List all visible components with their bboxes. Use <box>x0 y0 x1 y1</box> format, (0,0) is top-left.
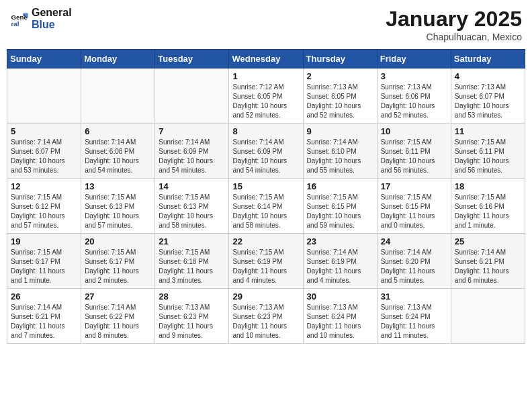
day-number: 10 <box>381 126 447 136</box>
day-number: 13 <box>85 181 151 191</box>
calendar-cell: 27Sunrise: 7:14 AMSunset: 6:22 PMDayligh… <box>81 289 155 344</box>
calendar-cell: 25Sunrise: 7:14 AMSunset: 6:21 PMDayligh… <box>451 234 525 289</box>
day-info: Sunrise: 7:13 AMSunset: 6:24 PMDaylight:… <box>307 303 373 340</box>
logo: Gene ral General Blue <box>10 7 72 31</box>
day-number: 4 <box>455 71 521 81</box>
day-info: Sunrise: 7:14 AMSunset: 6:09 PMDaylight:… <box>159 138 225 175</box>
calendar-cell: 9Sunrise: 7:14 AMSunset: 6:10 PMDaylight… <box>303 124 377 179</box>
logo-icon: Gene ral <box>10 9 29 28</box>
day-info: Sunrise: 7:14 AMSunset: 6:08 PMDaylight:… <box>85 138 151 175</box>
day-info: Sunrise: 7:15 AMSunset: 6:16 PMDaylight:… <box>455 193 521 230</box>
day-info: Sunrise: 7:14 AMSunset: 6:09 PMDaylight:… <box>232 138 299 175</box>
day-number: 15 <box>232 181 299 191</box>
calendar-cell: 18Sunrise: 7:15 AMSunset: 6:16 PMDayligh… <box>451 179 525 234</box>
day-number: 3 <box>381 71 447 81</box>
day-number: 20 <box>85 236 151 246</box>
weekday-header-wednesday: Wednesday <box>229 50 303 68</box>
calendar-cell: 16Sunrise: 7:15 AMSunset: 6:15 PMDayligh… <box>303 179 377 234</box>
day-info: Sunrise: 7:15 AMSunset: 6:13 PMDaylight:… <box>159 193 225 230</box>
day-number: 18 <box>455 181 521 191</box>
calendar-cell: 22Sunrise: 7:15 AMSunset: 6:19 PMDayligh… <box>229 234 303 289</box>
calendar-title: January 2025 <box>386 7 522 32</box>
calendar-cell: 19Sunrise: 7:15 AMSunset: 6:17 PMDayligh… <box>7 234 81 289</box>
day-info: Sunrise: 7:15 AMSunset: 6:17 PMDaylight:… <box>11 248 77 285</box>
calendar-cell: 29Sunrise: 7:13 AMSunset: 6:23 PMDayligh… <box>229 289 303 344</box>
calendar-cell <box>451 289 525 344</box>
calendar-cell: 26Sunrise: 7:14 AMSunset: 6:21 PMDayligh… <box>7 289 81 344</box>
calendar-cell <box>81 68 155 124</box>
day-info: Sunrise: 7:14 AMSunset: 6:21 PMDaylight:… <box>455 248 521 285</box>
day-info: Sunrise: 7:15 AMSunset: 6:15 PMDaylight:… <box>307 193 373 230</box>
day-number: 5 <box>11 126 77 136</box>
calendar-cell: 2Sunrise: 7:13 AMSunset: 6:05 PMDaylight… <box>303 68 377 124</box>
day-info: Sunrise: 7:15 AMSunset: 6:17 PMDaylight:… <box>85 248 151 285</box>
day-number: 8 <box>232 126 299 136</box>
day-info: Sunrise: 7:14 AMSunset: 6:10 PMDaylight:… <box>307 138 373 175</box>
day-number: 17 <box>381 181 447 191</box>
day-info: Sunrise: 7:15 AMSunset: 6:14 PMDaylight:… <box>232 193 299 230</box>
day-info: Sunrise: 7:15 AMSunset: 6:15 PMDaylight:… <box>381 193 447 230</box>
calendar-cell: 4Sunrise: 7:13 AMSunset: 6:07 PMDaylight… <box>451 68 525 124</box>
calendar-cell: 21Sunrise: 7:15 AMSunset: 6:18 PMDayligh… <box>155 234 229 289</box>
week-row-1: 1Sunrise: 7:12 AMSunset: 6:05 PMDaylight… <box>7 68 525 124</box>
day-number: 2 <box>307 71 373 81</box>
calendar-cell: 3Sunrise: 7:13 AMSunset: 6:06 PMDaylight… <box>377 68 451 124</box>
day-info: Sunrise: 7:15 AMSunset: 6:12 PMDaylight:… <box>11 193 77 230</box>
day-info: Sunrise: 7:15 AMSunset: 6:18 PMDaylight:… <box>159 248 225 285</box>
day-number: 1 <box>232 71 299 81</box>
weekday-header-row: SundayMondayTuesdayWednesdayThursdayFrid… <box>7 50 525 68</box>
day-number: 24 <box>381 236 447 246</box>
day-info: Sunrise: 7:13 AMSunset: 6:24 PMDaylight:… <box>381 303 447 340</box>
day-number: 7 <box>159 126 225 136</box>
day-number: 30 <box>307 291 373 302</box>
calendar-cell <box>155 68 229 124</box>
calendar-cell: 5Sunrise: 7:14 AMSunset: 6:07 PMDaylight… <box>7 124 81 179</box>
calendar-cell: 23Sunrise: 7:14 AMSunset: 6:19 PMDayligh… <box>303 234 377 289</box>
calendar-cell: 14Sunrise: 7:15 AMSunset: 6:13 PMDayligh… <box>155 179 229 234</box>
day-number: 23 <box>307 236 373 246</box>
day-info: Sunrise: 7:14 AMSunset: 6:07 PMDaylight:… <box>11 138 77 175</box>
day-number: 28 <box>159 291 225 302</box>
day-number: 31 <box>381 291 447 302</box>
calendar-cell: 1Sunrise: 7:12 AMSunset: 6:05 PMDaylight… <box>229 68 303 124</box>
day-info: Sunrise: 7:15 AMSunset: 6:11 PMDaylight:… <box>381 138 447 175</box>
calendar-cell: 15Sunrise: 7:15 AMSunset: 6:14 PMDayligh… <box>229 179 303 234</box>
calendar-cell <box>7 68 81 124</box>
day-info: Sunrise: 7:13 AMSunset: 6:05 PMDaylight:… <box>307 83 373 120</box>
calendar-cell: 8Sunrise: 7:14 AMSunset: 6:09 PMDaylight… <box>229 124 303 179</box>
calendar-cell: 7Sunrise: 7:14 AMSunset: 6:09 PMDaylight… <box>155 124 229 179</box>
day-info: Sunrise: 7:13 AMSunset: 6:07 PMDaylight:… <box>455 83 521 120</box>
day-info: Sunrise: 7:13 AMSunset: 6:23 PMDaylight:… <box>159 303 225 340</box>
weekday-header-tuesday: Tuesday <box>155 50 229 68</box>
week-row-3: 12Sunrise: 7:15 AMSunset: 6:12 PMDayligh… <box>7 179 525 234</box>
day-info: Sunrise: 7:14 AMSunset: 6:19 PMDaylight:… <box>307 248 373 285</box>
week-row-4: 19Sunrise: 7:15 AMSunset: 6:17 PMDayligh… <box>7 234 525 289</box>
day-number: 14 <box>159 181 225 191</box>
weekday-header-monday: Monday <box>81 50 155 68</box>
day-info: Sunrise: 7:15 AMSunset: 6:19 PMDaylight:… <box>232 248 299 285</box>
calendar-cell: 30Sunrise: 7:13 AMSunset: 6:24 PMDayligh… <box>303 289 377 344</box>
calendar-cell: 11Sunrise: 7:15 AMSunset: 6:11 PMDayligh… <box>451 124 525 179</box>
calendar-cell: 28Sunrise: 7:13 AMSunset: 6:23 PMDayligh… <box>155 289 229 344</box>
day-number: 29 <box>232 291 299 302</box>
week-row-5: 26Sunrise: 7:14 AMSunset: 6:21 PMDayligh… <box>7 289 525 344</box>
day-number: 25 <box>455 236 521 246</box>
weekday-header-sunday: Sunday <box>7 50 81 68</box>
day-info: Sunrise: 7:12 AMSunset: 6:05 PMDaylight:… <box>232 83 299 120</box>
day-number: 11 <box>455 126 521 136</box>
day-number: 26 <box>11 291 77 302</box>
svg-text:ral: ral <box>11 20 19 28</box>
logo-text: General <box>32 7 72 19</box>
day-info: Sunrise: 7:14 AMSunset: 6:21 PMDaylight:… <box>11 303 77 340</box>
weekday-header-friday: Friday <box>377 50 451 68</box>
day-info: Sunrise: 7:15 AMSunset: 6:11 PMDaylight:… <box>455 138 521 175</box>
page-header: Gene ral General Blue January 2025 Chapu… <box>7 7 525 42</box>
title-block: January 2025 Chapulhuacan, Mexico <box>386 7 522 42</box>
day-info: Sunrise: 7:14 AMSunset: 6:20 PMDaylight:… <box>381 248 447 285</box>
calendar-cell: 31Sunrise: 7:13 AMSunset: 6:24 PMDayligh… <box>377 289 451 344</box>
day-info: Sunrise: 7:13 AMSunset: 6:06 PMDaylight:… <box>381 83 447 120</box>
day-number: 9 <box>307 126 373 136</box>
calendar-table: SundayMondayTuesdayWednesdayThursdayFrid… <box>7 49 525 344</box>
logo-blue: Blue <box>32 19 72 31</box>
calendar-cell: 13Sunrise: 7:15 AMSunset: 6:13 PMDayligh… <box>81 179 155 234</box>
